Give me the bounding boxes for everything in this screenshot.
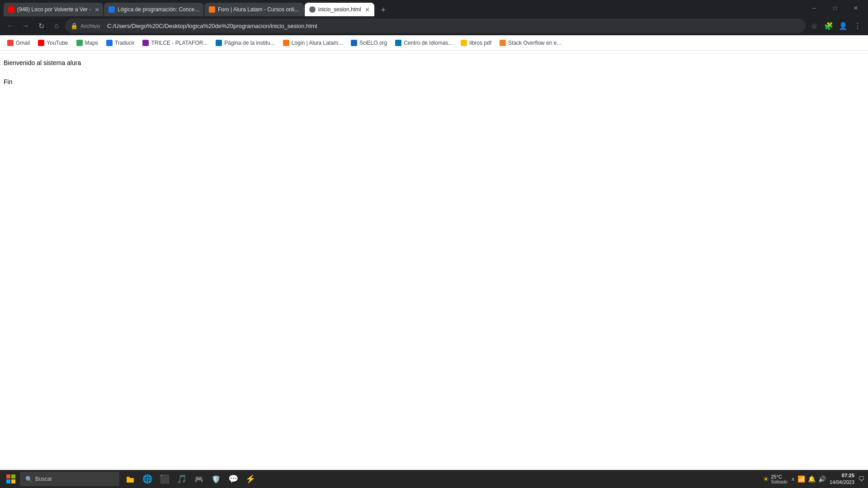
bookmark-login-alura[interactable]: Login | Alura Latam... [279, 38, 346, 48]
whatsapp-icon: 💬 [228, 474, 238, 484]
bookmark-favicon-youtube [38, 40, 44, 46]
tab-close-youtube[interactable]: ✕ [91, 6, 99, 13]
bookmark-trilce[interactable]: TRILCE - PLATAFOR... [139, 38, 211, 48]
taskbar-app-music[interactable]: 🎵 [175, 472, 189, 486]
profile-button[interactable]: 👤 [836, 19, 850, 33]
taskbar-search-input[interactable] [35, 476, 114, 482]
taskbar-apps: 🌐 ⬛ 🎵 🎮 🛡️ 💬 ⚡ [123, 472, 258, 486]
bookmark-favicon-trilce [142, 40, 149, 46]
taskbar-app-terminal[interactable]: ⬛ [157, 472, 172, 486]
bookmark-favicon-idiomas [395, 40, 401, 46]
bookmark-label-pagina: Página de la institu... [224, 40, 274, 46]
tab-title-inicio: inicio_sesion.html [318, 6, 361, 13]
tab-favicon-youtube [8, 6, 14, 13]
tab-close-logica[interactable]: ✕ [199, 6, 203, 13]
taskbar-app-editor[interactable]: ⚡ [243, 472, 258, 486]
bookmark-gmail[interactable]: Gmail [4, 38, 33, 48]
taskbar: 🔍 🌐 ⬛ 🎵 🎮 🛡️ 💬 ⚡ [0, 470, 868, 488]
bookmark-scielo[interactable]: SciELO.org [347, 38, 391, 48]
taskbar-app-file-explorer[interactable] [123, 472, 137, 486]
tab-bar: (948) Loco por Volverte a Ver - ✕ Lógica… [0, 0, 868, 16]
taskbar-clock[interactable]: 07:25 14/04/2023 [830, 472, 854, 486]
maximize-button[interactable]: □ [825, 0, 845, 16]
bookmark-label-traducir: Traducir [115, 40, 135, 46]
welcome-text: Bienvenido al sistema alura [4, 58, 864, 68]
nav-bar: ← → ↻ ⌂ 🔒 Archivo C:/Users/Diego%20C/Des… [0, 16, 868, 35]
bookmark-star-button[interactable]: ☆ [807, 19, 821, 33]
notifications-center-icon[interactable]: 🗨 [858, 475, 864, 483]
taskbar-app-whatsapp[interactable]: 💬 [226, 472, 241, 486]
tab-favicon-foro [209, 6, 215, 13]
notification-icon[interactable]: 🔔 [808, 475, 816, 483]
weather-info: 25°C Soleado [771, 474, 788, 484]
volume-icon[interactable]: 🔊 [818, 475, 826, 483]
bookmark-label-libros: libros pdf [469, 40, 491, 46]
weather-desc: Soleado [771, 479, 788, 484]
extensions-button[interactable]: 🧩 [822, 19, 835, 33]
bookmark-favicon-maps [76, 40, 83, 46]
chevron-up-icon[interactable]: ∧ [791, 476, 795, 482]
bookmark-label-stackoverflow: Stack Overflow en e... [508, 40, 561, 46]
browser-chrome: (948) Loco por Volverte a Ver - ✕ Lógica… [0, 0, 868, 51]
bookmark-label-youtube: YouTube [47, 40, 68, 46]
bookmark-centro-idiomas[interactable]: Centro de Idiomas... [392, 38, 456, 48]
games-icon: 🎮 [194, 475, 203, 483]
bookmark-label-scielo: SciELO.org [359, 40, 387, 46]
new-tab-button[interactable]: + [377, 4, 390, 16]
address-lock-icon: 🔒 [71, 23, 78, 29]
taskbar-app-browser[interactable]: 🌐 [140, 472, 155, 486]
taskbar-app-shield[interactable]: 🛡️ [209, 472, 223, 486]
windows-logo-icon [6, 474, 15, 483]
bookmark-traducir[interactable]: Traducir [103, 38, 138, 48]
tab-close-inicio[interactable]: ✕ [361, 6, 370, 13]
tab-title-youtube: (948) Loco por Volverte a Ver - [17, 6, 91, 13]
home-button[interactable]: ⌂ [50, 19, 63, 33]
bookmark-pagina[interactable]: Página de la institu... [212, 38, 278, 48]
taskbar-app-games[interactable]: 🎮 [192, 472, 206, 486]
bookmark-label-alura: Login | Alura Latam... [292, 40, 343, 46]
tab-favicon-logica [108, 6, 115, 13]
close-button[interactable]: ✕ [845, 0, 866, 16]
bookmark-favicon-gmail [7, 40, 14, 46]
svg-rect-2 [6, 479, 10, 483]
reload-button[interactable]: ↻ [34, 19, 48, 33]
minimize-button[interactable]: ─ [804, 0, 825, 16]
tab-title-foro: Foro | Alura Latam - Cursos onli... [218, 6, 299, 13]
tab-inicio-sesion[interactable]: inicio_sesion.html ✕ [305, 3, 374, 16]
tab-youtube[interactable]: (948) Loco por Volverte a Ver - ✕ [4, 3, 103, 16]
bookmark-libros-pdf[interactable]: libros pdf [457, 38, 495, 48]
bookmark-favicon-stackoverflow [500, 40, 506, 46]
weather-sun-icon: ☀ [763, 475, 769, 483]
svg-rect-0 [6, 474, 10, 479]
start-button[interactable] [4, 472, 18, 486]
svg-rect-1 [11, 474, 15, 479]
bookmark-label-gmail: Gmail [16, 40, 30, 46]
forward-button[interactable]: → [19, 19, 33, 33]
bookmark-favicon-alura [283, 40, 289, 46]
fin-text: Fin [4, 77, 864, 87]
svg-rect-3 [11, 479, 15, 483]
bookmark-label-trilce: TRILCE - PLATAFOR... [151, 40, 208, 46]
svg-rect-5 [127, 477, 130, 479]
bookmark-maps[interactable]: Maps [73, 38, 102, 48]
tab-close-foro[interactable]: ✕ [299, 6, 304, 13]
address-bar[interactable]: 🔒 Archivo C:/Users/Diego%20C/Desktop/log… [65, 19, 806, 33]
window-controls: ─ □ ✕ [804, 0, 868, 16]
network-icon[interactable]: 📶 [797, 475, 805, 483]
tab-logica[interactable]: Lógica de programación: Conce... ✕ [104, 3, 203, 16]
clock-date: 14/04/2023 [830, 479, 854, 486]
bookmark-label-idiomas: Centro de Idiomas... [404, 40, 453, 46]
taskbar-search-box[interactable]: 🔍 [20, 472, 119, 486]
taskbar-right-area: ☀ 25°C Soleado ∧ 📶 🔔 🔊 07:25 14/04/2023 … [763, 472, 864, 486]
clock-time: 07:25 [830, 472, 854, 479]
bookmark-youtube[interactable]: YouTube [34, 38, 71, 48]
page-content: Bienvenido al sistema alura Fin [0, 51, 868, 470]
weather-temp: 25°C [771, 474, 788, 479]
bookmark-stackoverflow[interactable]: Stack Overflow en e... [496, 38, 565, 48]
tab-foro[interactable]: Foro | Alura Latam - Cursos onli... ✕ [204, 3, 304, 16]
menu-button[interactable]: ⋮ [851, 19, 864, 33]
bookmark-label-maps: Maps [85, 40, 98, 46]
back-button[interactable]: ← [4, 19, 17, 33]
file-explorer-icon [126, 474, 135, 483]
nav-right-icons: ☆ 🧩 👤 ⋮ [807, 19, 864, 33]
